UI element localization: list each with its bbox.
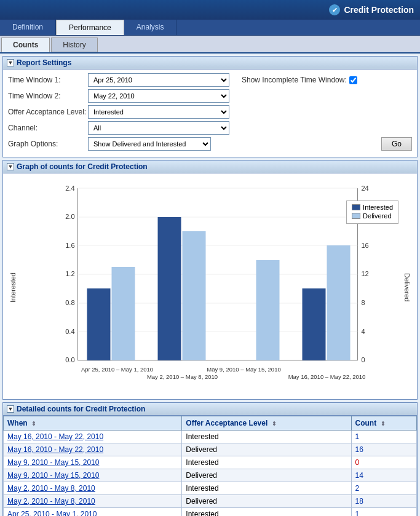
sort-level-icon[interactable]: ⇕ xyxy=(272,421,277,427)
graph-body: Interested 0.0 0.4 xyxy=(3,173,417,399)
legend-interested-box xyxy=(352,204,360,210)
svg-text:4: 4 xyxy=(362,328,365,335)
cell-when: Apr 25, 2010 - May 1, 2010 xyxy=(4,508,182,517)
svg-text:1.2: 1.2 xyxy=(65,270,74,277)
svg-text:12: 12 xyxy=(362,270,369,277)
graph-collapse-icon[interactable]: ▼ xyxy=(7,163,14,170)
tab-performance[interactable]: Performance xyxy=(56,20,124,35)
cell-level: Interested xyxy=(182,482,351,495)
cell-count: 18 xyxy=(351,495,416,508)
svg-text:0.8: 0.8 xyxy=(65,299,74,306)
graph-options-row: Graph Options: Show Delivered and Intere… xyxy=(8,137,412,151)
table-row: May 16, 2010 - May 22, 2010Delivered16 xyxy=(4,443,417,456)
svg-text:2.0: 2.0 xyxy=(65,213,74,220)
sub-tabs: Counts History xyxy=(0,36,420,54)
graph-options-label: Graph Options: xyxy=(8,140,88,148)
cell-level: Delivered xyxy=(182,443,351,456)
table-header-row: When ⇕ Offer Acceptance Level ⇕ Count ⇕ xyxy=(4,416,417,431)
detail-table-section: ▼ Detailed counts for Credit Protection … xyxy=(2,402,418,516)
legend-delivered-box xyxy=(352,213,360,219)
offer-acceptance-select[interactable]: Interested xyxy=(88,105,229,119)
graph-options-select[interactable]: Show Delivered and Interested xyxy=(88,137,211,151)
cell-count: 14 xyxy=(351,469,416,482)
sort-when-icon[interactable]: ⇕ xyxy=(31,421,36,427)
tab-analysis[interactable]: Analysis xyxy=(124,20,177,35)
incomplete-window-label: Show Incomplete Time Window: xyxy=(242,76,357,84)
svg-text:16: 16 xyxy=(362,242,369,249)
sort-count-icon[interactable]: ⇕ xyxy=(381,421,386,427)
table-row: May 2, 2010 - May 8, 2010Delivered18 xyxy=(4,495,417,508)
svg-text:2.4: 2.4 xyxy=(65,185,74,192)
report-settings-title: Report Settings xyxy=(17,58,71,67)
bar-interested-0 xyxy=(87,288,111,360)
cell-count: 2 xyxy=(351,482,416,495)
table-row: May 16, 2010 - May 22, 2010Interested1 xyxy=(4,431,417,443)
legend-interested-label: Interested xyxy=(363,204,393,211)
table-row: Apr 25, 2010 - May 1, 2010Interested1 xyxy=(4,508,417,517)
cell-level: Interested xyxy=(182,508,351,517)
bar-interested-3 xyxy=(303,288,326,360)
sub-tab-history[interactable]: History xyxy=(51,38,97,52)
cell-when: May 16, 2010 - May 22, 2010 xyxy=(4,443,182,456)
sub-tab-counts[interactable]: Counts xyxy=(1,38,50,52)
channel-select[interactable]: All xyxy=(88,121,229,135)
tab-definition[interactable]: Definition xyxy=(0,20,56,35)
cell-level: Interested xyxy=(182,456,351,469)
collapse-icon[interactable]: ▼ xyxy=(7,59,14,66)
table-row: May 9, 2010 - May 15, 2010Interested0 xyxy=(4,456,417,469)
offer-acceptance-row: Offer Acceptance Level: Interested xyxy=(8,105,412,119)
table-collapse-icon[interactable]: ▼ xyxy=(7,405,14,413)
svg-text:May 2, 2010 – May 8, 2010: May 2, 2010 – May 8, 2010 xyxy=(147,373,218,380)
app-title: Credit Protection xyxy=(344,5,414,15)
bar-delivered-2 xyxy=(256,260,280,360)
svg-text:0.4: 0.4 xyxy=(65,328,74,335)
time-window-1-row: Time Window 1: Apr 25, 2010 Show Incompl… xyxy=(8,73,412,87)
detail-table-title: Detailed counts for Credit Protection xyxy=(17,405,145,413)
channel-row: Channel: All xyxy=(8,121,412,135)
time-window-1-select[interactable]: Apr 25, 2010 xyxy=(88,73,229,87)
table-body: May 16, 2010 - May 22, 2010Interested1Ma… xyxy=(4,431,417,517)
offer-acceptance-label: Offer Acceptance Level: xyxy=(8,108,88,116)
cell-when: May 2, 2010 - May 8, 2010 xyxy=(4,482,182,495)
credit-protection-icon: ✔ xyxy=(329,4,340,15)
detail-table: When ⇕ Offer Acceptance Level ⇕ Count ⇕ … xyxy=(3,416,417,516)
graph-section-header: ▼ Graph of counts for Credit Protection xyxy=(3,161,417,173)
svg-text:May 9, 2010 – May 15, 2010: May 9, 2010 – May 15, 2010 xyxy=(207,366,280,373)
main-content: ▼ Report Settings Time Window 1: Apr 25,… xyxy=(0,54,420,516)
chart-svg: 0.0 0.4 0.8 1.2 1.6 xyxy=(22,182,398,391)
svg-text:May 16, 2010 – May 22, 2010: May 16, 2010 – May 22, 2010 xyxy=(288,373,366,380)
col-when: When ⇕ xyxy=(4,416,182,431)
cell-count: 1 xyxy=(351,508,416,517)
report-settings-body: Time Window 1: Apr 25, 2010 Show Incompl… xyxy=(3,69,417,157)
svg-text:1.6: 1.6 xyxy=(65,242,74,249)
cell-when: May 2, 2010 - May 8, 2010 xyxy=(4,495,182,508)
detail-table-header: ▼ Detailed counts for Credit Protection xyxy=(3,403,417,416)
cell-count: 1 xyxy=(351,431,416,443)
bar-delivered-3 xyxy=(327,245,351,360)
cell-when: May 9, 2010 - May 15, 2010 xyxy=(4,456,182,469)
cell-level: Delivered xyxy=(182,495,351,508)
chart-legend: Interested Delivered xyxy=(346,200,398,224)
svg-text:24: 24 xyxy=(362,185,369,192)
app-header: ✔ Credit Protection xyxy=(0,0,420,20)
graph-section: ▼ Graph of counts for Credit Protection … xyxy=(2,160,418,400)
time-window-2-select[interactable]: May 22, 2010 xyxy=(88,89,229,103)
graph-title: Graph of counts for Credit Protection xyxy=(17,162,148,171)
channel-label: Channel: xyxy=(8,124,88,132)
go-button[interactable]: Go xyxy=(381,137,412,151)
table-row: May 2, 2010 - May 8, 2010Interested2 xyxy=(4,482,417,495)
cell-when: May 16, 2010 - May 22, 2010 xyxy=(4,431,182,443)
cell-level: Delivered xyxy=(182,469,351,482)
svg-text:Apr 25, 2010 – May 1, 2010: Apr 25, 2010 – May 1, 2010 xyxy=(81,366,153,373)
report-settings-section: ▼ Report Settings Time Window 1: Apr 25,… xyxy=(2,56,418,157)
y-axis-right-label: Delivered xyxy=(400,182,411,393)
table-row: May 9, 2010 - May 15, 2010Delivered14 xyxy=(4,469,417,482)
report-settings-header: ▼ Report Settings xyxy=(3,57,417,69)
svg-text:0: 0 xyxy=(362,356,365,363)
incomplete-window-checkbox[interactable] xyxy=(349,76,357,84)
legend-delivered: Delivered xyxy=(352,212,393,220)
time-window-1-label: Time Window 1: xyxy=(8,76,88,84)
y-axis-left-label: Interested xyxy=(9,182,20,393)
cell-level: Interested xyxy=(182,431,351,443)
legend-interested: Interested xyxy=(352,204,393,211)
